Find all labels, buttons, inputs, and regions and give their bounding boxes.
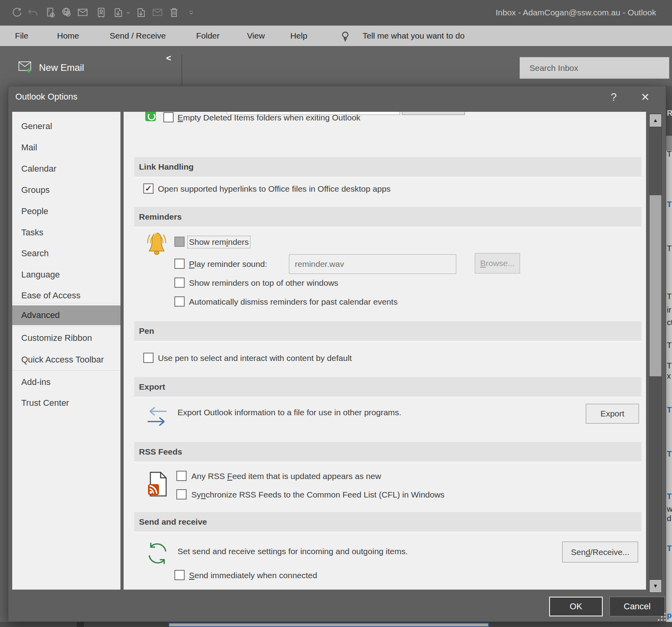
title-bar: Inbox - AdamCogan@ssw.com.au - Outlook xyxy=(0,0,672,26)
rss-updated-as-new-checkbox[interactable] xyxy=(176,471,187,481)
offline-globe-icon[interactable] xyxy=(59,4,73,21)
ok-button[interactable]: OK xyxy=(549,597,603,616)
undo-icon[interactable] xyxy=(26,4,40,21)
collapse-folder-pane-icon[interactable]: < xyxy=(166,53,171,63)
clipped-letter: T xyxy=(667,405,672,414)
dropdown-chevron-icon[interactable] xyxy=(121,4,135,21)
menu-folder[interactable]: Folder xyxy=(196,26,220,46)
reminders-on-top-checkbox[interactable] xyxy=(174,277,185,288)
sidebar-item-groups[interactable]: Groups xyxy=(12,183,120,197)
send-immediately-checkbox[interactable] xyxy=(174,570,185,580)
new-email-icon xyxy=(18,60,33,75)
search-placeholder: Search Inbox xyxy=(529,57,578,78)
new-email-button[interactable]: New Email xyxy=(18,59,104,76)
sidebar-item-advanced-selected[interactable]: Advanced xyxy=(12,305,120,325)
clipped-letter: T xyxy=(667,150,672,159)
empty-deleted-items-label[interactable]: Empty Deleted Items folders when exiting… xyxy=(178,113,361,122)
open-hyperlinks-label[interactable]: Open supported hyperlinks to Office file… xyxy=(158,184,391,194)
section-pen: Pen xyxy=(134,321,641,342)
rss-feed-icon xyxy=(147,471,169,498)
resize-grip[interactable] xyxy=(658,613,666,621)
section-rss-feeds: RSS Feeds xyxy=(134,442,641,462)
sidebar-item-add-ins[interactable]: Add-ins xyxy=(12,375,120,389)
sidebar-item-tasks[interactable]: Tasks xyxy=(12,226,120,239)
outlook-app-window: Inbox - AdamCogan@ssw.com.au - Outlook F… xyxy=(0,0,672,627)
sidebar-item-people[interactable]: People xyxy=(12,205,120,218)
scroll-up-button[interactable]: ▲ xyxy=(649,114,662,127)
clipped-letter: T xyxy=(667,244,672,253)
export-arrows-icon xyxy=(145,405,169,429)
use-pen-label[interactable]: Use pen to select and interact with cont… xyxy=(158,353,352,363)
sidebar-item-mail[interactable]: Mail xyxy=(12,141,120,154)
cancel-button[interactable]: Cancel xyxy=(609,597,665,616)
menu-home[interactable]: Home xyxy=(57,26,79,46)
browse-button[interactable]: Browse... xyxy=(475,253,520,274)
clipped-letter: R xyxy=(667,109,672,118)
import-item-icon[interactable] xyxy=(134,4,148,21)
background-email-list-strip xyxy=(666,136,672,627)
rss-sync-cfl-checkbox[interactable] xyxy=(176,489,187,499)
send-receive-button[interactable]: Send/Receive... xyxy=(562,542,638,562)
send-receive-sync-icon xyxy=(145,540,170,566)
sidebar-item-quick-access-toolbar[interactable]: Quick Access Toolbar xyxy=(12,353,120,366)
close-icon[interactable]: ✕ xyxy=(637,89,654,105)
contact-card-icon[interactable] xyxy=(94,4,108,21)
window-title: Inbox - AdamCogan@ssw.com.au - Outlook xyxy=(496,6,672,19)
play-reminder-sound-label[interactable]: Play reminder sound: xyxy=(189,259,267,269)
auto-dismiss-reminders-label[interactable]: Automatically dismiss reminders for past… xyxy=(189,297,398,307)
clipped-letter: T xyxy=(667,200,672,209)
empty-deleted-items-checkbox[interactable] xyxy=(163,112,174,122)
dialog-title: Outlook Options xyxy=(15,92,78,102)
send-immediately-label[interactable]: Send immediately when connected xyxy=(189,571,317,580)
delete-icon[interactable] xyxy=(167,4,181,21)
export-description: Export Outlook information to a file for… xyxy=(178,408,401,417)
email-icon[interactable] xyxy=(76,4,90,21)
play-reminder-sound-checkbox[interactable] xyxy=(174,259,185,269)
tell-me-search[interactable]: Tell me what you want to do xyxy=(363,26,465,46)
open-hyperlinks-checkbox[interactable]: ✓ xyxy=(143,183,154,194)
new-email-label: New Email xyxy=(39,62,84,73)
clipped-letter: T xyxy=(667,449,672,459)
clipped-letter: d xyxy=(667,514,672,523)
section-export: Export xyxy=(134,377,641,398)
lightbulb-icon xyxy=(339,30,351,42)
sidebar-divider xyxy=(12,303,120,304)
sidebar-item-search[interactable]: Search xyxy=(12,247,120,260)
customize-toolbar-chevron-icon[interactable] xyxy=(184,4,198,21)
sidebar-item-ease-of-access[interactable]: Ease of Access xyxy=(12,289,120,302)
background-window-fragment xyxy=(77,621,84,627)
clipped-letter: p xyxy=(667,611,672,620)
scroll-down-button[interactable]: ▼ xyxy=(649,579,662,593)
reminder-sound-field[interactable]: reminder.wav xyxy=(289,254,456,274)
rss-sync-cfl-label[interactable]: Synchronize RSS Feeds to the Common Feed… xyxy=(191,490,444,499)
sidebar-item-customize-ribbon[interactable]: Customize Ribbon xyxy=(12,331,120,345)
section-reminders: Reminders xyxy=(134,207,641,227)
menu-help[interactable]: Help xyxy=(290,26,307,46)
clipped-letter: T xyxy=(667,544,672,553)
clipped-letter: T xyxy=(667,341,672,350)
ribbon-menu: File Home Send / Receive Folder View Hel… xyxy=(0,26,672,46)
reminders-on-top-label[interactable]: Show reminders on top of other windows xyxy=(189,278,338,288)
background-window-top-edge xyxy=(168,623,489,627)
show-reminders-checkbox[interactable] xyxy=(174,237,185,247)
sidebar-item-language[interactable]: Language xyxy=(12,268,120,281)
email-disabled-icon[interactable] xyxy=(150,4,165,21)
send-receive-icon[interactable] xyxy=(9,4,24,21)
use-pen-checkbox[interactable] xyxy=(143,353,154,363)
send-receive-description: Set send and receive settings for incomi… xyxy=(178,547,408,556)
sidebar-item-trust-center[interactable]: Trust Center xyxy=(12,396,120,410)
rss-updated-as-new-label[interactable]: Any RSS Feed item that is updated appear… xyxy=(191,472,381,481)
export-button[interactable]: Export xyxy=(586,404,639,424)
show-reminders-label[interactable]: Show reminders xyxy=(189,237,249,247)
menu-file[interactable]: File xyxy=(15,26,28,46)
sidebar-item-general[interactable]: General xyxy=(12,120,120,133)
scrollbar-thumb[interactable] xyxy=(650,195,661,376)
help-icon[interactable]: ? xyxy=(607,89,621,105)
clipped-letter: ct xyxy=(667,318,672,327)
search-input[interactable]: Search Inbox xyxy=(520,57,669,79)
address-book-settings-icon[interactable] xyxy=(43,4,57,21)
auto-dismiss-reminders-checkbox[interactable] xyxy=(174,296,185,307)
menu-view[interactable]: View xyxy=(247,26,265,46)
sidebar-item-calendar[interactable]: Calendar xyxy=(12,162,120,176)
menu-send-receive[interactable]: Send / Receive xyxy=(110,26,166,46)
